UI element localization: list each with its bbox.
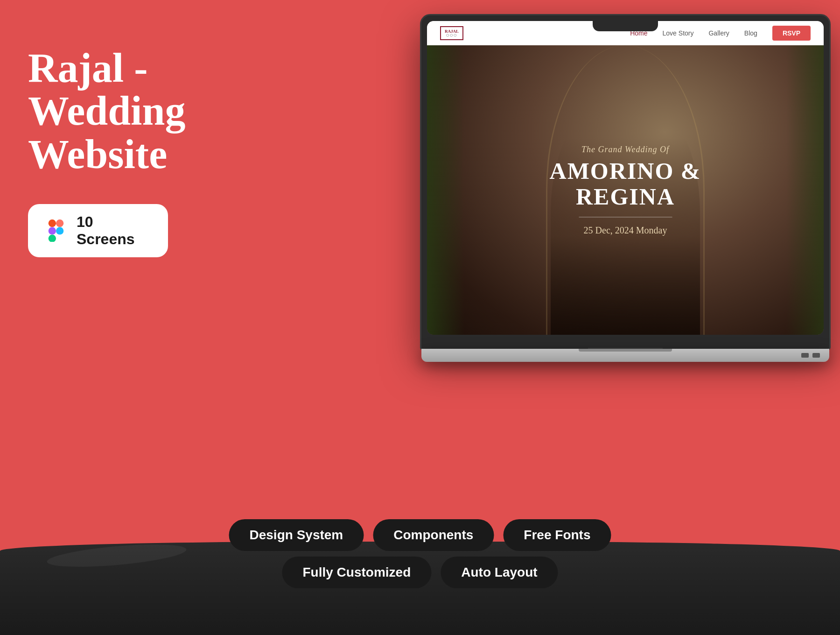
badges-row1: Design System Components Free Fonts [229, 519, 611, 551]
left-section: Rajal -WeddingWebsite 10 Screens [28, 47, 205, 257]
port-2 [812, 353, 820, 358]
badge-fully-customized: Fully Customized [282, 557, 431, 588]
laptop-screen-bezel: RAJAL ⬡⬡⬡ Home Love Story Gallery Blog R… [427, 21, 824, 335]
website-hero: The Grand Wedding Of AMORINO & REGINA 25… [427, 45, 824, 335]
nav-gallery[interactable]: Gallery [708, 29, 729, 37]
laptop-body: RAJAL ⬡⬡⬡ Home Love Story Gallery Blog R… [420, 14, 831, 350]
laptop-base-top [579, 349, 672, 352]
badge-free-fonts: Free Fonts [503, 519, 611, 551]
svg-rect-1 [56, 219, 63, 227]
nav-rsvp[interactable]: RSVP [772, 26, 811, 41]
website-logo: RAJAL ⬡⬡⬡ [440, 26, 463, 40]
badge-design-system: Design System [229, 519, 364, 551]
hero-text-container: The Grand Wedding Of AMORINO & REGINA 25… [526, 145, 725, 236]
screens-label: 10 Screens [77, 213, 151, 248]
svg-rect-2 [49, 227, 56, 234]
laptop-ports [801, 353, 820, 358]
figma-badge: 10 Screens [28, 204, 168, 257]
main-title: Rajal -WeddingWebsite [28, 47, 205, 176]
hero-subtitle: The Grand Wedding Of [526, 145, 725, 155]
nav-blog[interactable]: Blog [744, 29, 757, 37]
hero-date: 25 Dec, 2024 Monday [526, 225, 725, 236]
port-1 [801, 353, 809, 358]
website-content: RAJAL ⬡⬡⬡ Home Love Story Gallery Blog R… [427, 21, 824, 335]
badge-components: Components [373, 519, 494, 551]
badges-row2: Fully Customized Auto Layout [282, 557, 558, 588]
foliage-left [427, 45, 464, 335]
hero-divider [579, 217, 672, 218]
svg-point-3 [56, 227, 63, 234]
nav-love-story[interactable]: Love Story [663, 29, 694, 37]
hero-title: AMORINO & REGINA [526, 158, 725, 210]
foliage-right [786, 45, 824, 335]
svg-rect-4 [49, 235, 56, 242]
laptop-base-plate [421, 349, 829, 362]
camera-notch [593, 21, 658, 31]
figma-icon [45, 219, 67, 242]
svg-rect-0 [49, 219, 56, 227]
badge-auto-layout: Auto Layout [441, 557, 558, 588]
laptop-wrapper: RAJAL ⬡⬡⬡ Home Love Story Gallery Blog R… [397, 14, 840, 397]
rock-base [0, 542, 840, 635]
